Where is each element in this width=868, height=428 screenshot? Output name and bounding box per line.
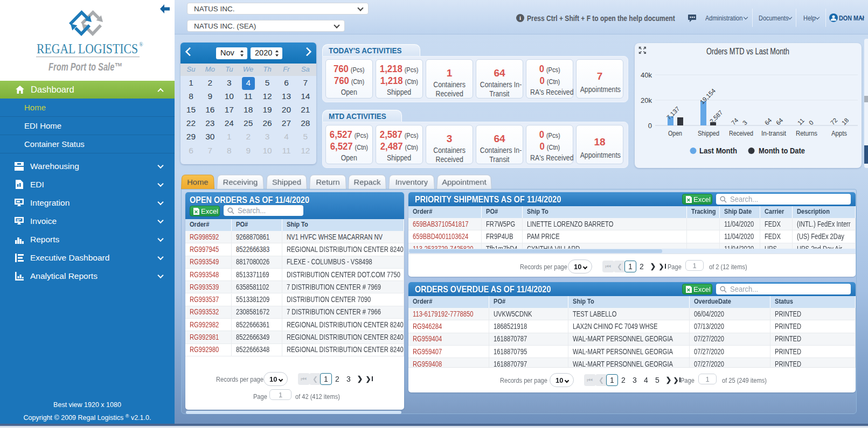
svg-text:19,154: 19,154 [699, 87, 717, 106]
svg-text:40k: 40k [641, 71, 652, 79]
svg-text:In-transit: In-transit [761, 129, 786, 137]
svg-text:18: 18 [841, 117, 850, 127]
svg-text:0: 0 [808, 119, 815, 126]
svg-text:Orders MTD vs Last Month: Orders MTD vs Last Month [706, 47, 789, 56]
svg-text:20k: 20k [641, 96, 652, 104]
svg-text:Shipped: Shipped [698, 129, 719, 137]
svg-text:®: ® [139, 41, 143, 47]
svg-text:REGAL LOGISTICS: REGAL LOGISTICS [37, 41, 138, 57]
svg-text:3: 3 [741, 119, 748, 126]
svg-text:Open: Open [668, 129, 682, 137]
svg-text:Last Month: Last Month [699, 146, 737, 155]
svg-text:Returns: Returns [796, 129, 817, 137]
svg-text:74: 74 [730, 116, 740, 126]
svg-text:Month to Date: Month to Date [759, 146, 805, 155]
svg-text:2,587: 2,587 [709, 109, 724, 125]
svg-text:From Port to Sale™: From Port to Sale™ [48, 61, 122, 73]
svg-text:64: 64 [763, 116, 773, 126]
svg-text:0: 0 [648, 122, 652, 130]
svg-text:64: 64 [775, 116, 784, 126]
svg-text:11: 11 [796, 117, 805, 126]
svg-text:Appts: Appts [831, 129, 847, 137]
svg-text:Received: Received [729, 129, 753, 137]
svg-text:72: 72 [829, 117, 839, 127]
